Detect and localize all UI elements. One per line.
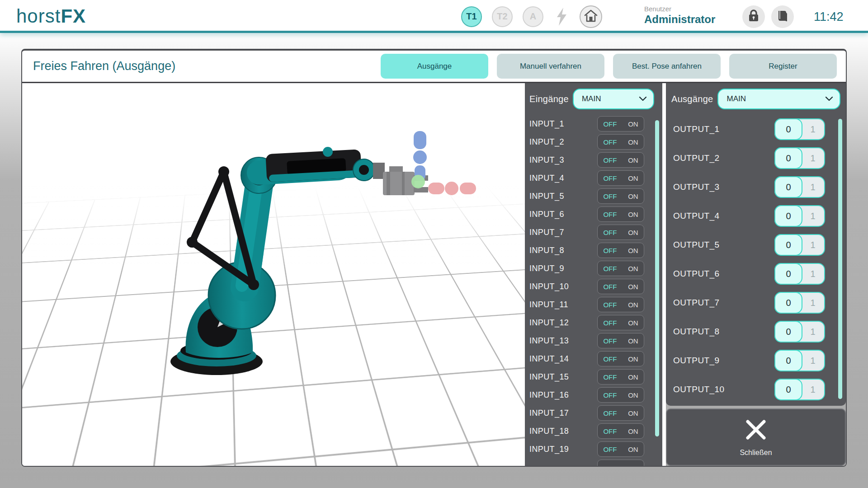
toggle-one-label: 1 [802, 119, 824, 139]
input-channel-label: INPUT_6 [529, 210, 597, 219]
toggle-zero-label: 0 [774, 234, 802, 256]
input-off-on-toggle[interactable]: OFF ON [597, 170, 644, 186]
input-channel-label: INPUT_8 [529, 246, 597, 255]
close-button[interactable]: Schließen [666, 408, 846, 466]
toggle-off-label: OFF [603, 120, 617, 128]
toggle-on-label: ON [628, 337, 638, 345]
input-off-on-toggle[interactable]: OFF ON [597, 243, 644, 258]
input-row: INPUT_17 OFF ON [529, 404, 662, 422]
output-channel-label: OUTPUT_6 [673, 269, 774, 279]
toggle-on-label: ON [628, 301, 638, 309]
toggle-one-label: 1 [802, 177, 824, 197]
tab-manuell-verfahren[interactable]: Manuell verfahren [497, 54, 604, 79]
output-0-1-toggle[interactable]: 0 1 [774, 292, 825, 314]
input-off-on-toggle[interactable]: OFF ON [597, 206, 644, 222]
input-off-on-toggle[interactable]: OFF ON [597, 116, 644, 131]
input-off-on-toggle[interactable]: OFF ON [597, 333, 644, 348]
close-button-label: Schließen [740, 449, 772, 457]
outputs-scrollbar[interactable] [838, 119, 842, 399]
toggle-off-label: OFF [603, 337, 617, 345]
outputs-group-dropdown[interactable]: MAIN [717, 89, 840, 109]
input-off-on-toggle[interactable]: OFF ON [597, 405, 644, 421]
tab-ausgaenge[interactable]: Ausgänge [381, 54, 488, 79]
toggle-off-label: OFF [603, 301, 617, 309]
top-bar: horstFX T1 T2 A Benutzer Administrator [0, 0, 868, 33]
output-0-1-toggle[interactable]: 0 1 [774, 147, 825, 169]
input-row: INPUT_18 OFF ON [529, 422, 662, 440]
toggle-on-label: ON [628, 229, 638, 236]
input-off-on-toggle[interactable]: OFF ON [597, 315, 644, 330]
input-off-on-toggle[interactable]: OFF ON [597, 369, 644, 385]
input-rows: INPUT_1 OFF ON INPUT_2 OFF ON INPUT_3 OF… [525, 115, 662, 466]
toggle-one-label: 1 [802, 148, 824, 168]
output-0-1-toggle[interactable]: 0 1 [774, 379, 825, 400]
robot-3d-viewport[interactable] [22, 83, 525, 466]
output-0-1-toggle[interactable]: 0 1 [774, 321, 825, 343]
mode-button-t2[interactable]: T2 [492, 6, 513, 27]
home-button[interactable] [580, 5, 602, 28]
toggle-off-label: OFF [603, 138, 617, 146]
output-0-1-toggle[interactable]: 0 1 [774, 263, 825, 285]
toggle-off-label: OFF [603, 283, 617, 291]
panel-header: Freies Fahren (Ausgänge) Ausgänge Manuel… [22, 51, 846, 82]
inputs-scrollbar[interactable] [655, 120, 659, 436]
input-off-on-toggle[interactable]: OFF ON [597, 188, 644, 204]
outputs-label: Ausgänge [671, 94, 713, 104]
toggle-off-label: OFF [603, 446, 617, 453]
input-channel-label: INPUT_12 [529, 318, 597, 328]
input-channel-label: INPUT_1 [529, 119, 597, 129]
lightning-icon [553, 7, 570, 26]
utility-button-group [742, 0, 794, 33]
input-off-on-toggle[interactable]: OFF ON [597, 387, 644, 403]
manual-button[interactable] [771, 5, 794, 28]
app-logo: horstFX [16, 5, 86, 27]
inputs-group-dropdown[interactable]: MAIN [573, 89, 654, 109]
input-row: INPUT_13 OFF ON [529, 332, 662, 350]
toggle-on-label: ON [628, 174, 638, 182]
input-row: INPUT_3 OFF ON [529, 151, 662, 169]
output-channel-label: OUTPUT_9 [673, 356, 774, 366]
mode-button-t1[interactable]: T1 [461, 6, 482, 27]
toggle-on-label: ON [628, 283, 638, 291]
input-off-on-toggle[interactable]: OFF ON [597, 134, 644, 150]
output-0-1-toggle[interactable]: 0 1 [774, 350, 825, 371]
toggle-zero-label: 0 [774, 205, 802, 227]
output-0-1-toggle[interactable]: 0 1 [774, 176, 825, 198]
chevron-down-icon [639, 94, 647, 103]
output-0-1-toggle[interactable]: 0 1 [774, 205, 825, 227]
input-off-on-toggle[interactable]: OFF ON [597, 441, 644, 457]
inputs-header: Eingänge MAIN [525, 83, 662, 115]
toggle-zero-label: 0 [774, 379, 802, 400]
mode-button-a[interactable]: A [523, 6, 543, 27]
input-off-on-toggle[interactable] [597, 460, 644, 466]
output-0-1-toggle[interactable]: 0 1 [774, 234, 825, 256]
input-off-on-toggle[interactable]: OFF ON [597, 423, 644, 439]
input-channel-label: INPUT_5 [529, 192, 597, 201]
toggle-zero-label: 0 [774, 118, 802, 140]
logo-text-bold: FX [61, 5, 86, 27]
toggle-off-label: OFF [603, 174, 617, 182]
input-row: INPUT_14 OFF ON [529, 350, 662, 368]
lock-button[interactable] [742, 5, 765, 28]
output-row: OUTPUT_1 0 1 [673, 115, 846, 144]
input-channel-label: INPUT_4 [529, 174, 597, 183]
inputs-label: Eingänge [529, 94, 569, 104]
input-channel-label: INPUT_15 [529, 372, 597, 382]
toggle-on-label: ON [628, 265, 638, 272]
input-off-on-toggle[interactable]: OFF ON [597, 351, 644, 366]
input-off-on-toggle[interactable]: OFF ON [597, 297, 644, 312]
inputs-group-value: MAIN [582, 94, 601, 103]
toggle-one-label: 1 [802, 206, 824, 226]
input-off-on-toggle[interactable]: OFF ON [597, 279, 644, 294]
tab-best-pose-anfahren[interactable]: Best. Pose anfahren [613, 54, 721, 79]
tab-register[interactable]: Register [729, 54, 837, 79]
mode-button-group: T1 T2 A [461, 0, 602, 33]
input-off-on-toggle[interactable]: OFF ON [597, 261, 644, 276]
input-off-on-toggle[interactable]: OFF ON [597, 152, 644, 168]
output-row: OUTPUT_6 0 1 [673, 259, 846, 288]
input-off-on-toggle[interactable]: OFF ON [597, 225, 644, 240]
toggle-one-label: 1 [802, 322, 824, 342]
input-row: INPUT_6 OFF ON [529, 205, 662, 223]
toggle-off-label: OFF [603, 156, 617, 164]
output-0-1-toggle[interactable]: 0 1 [774, 118, 825, 140]
